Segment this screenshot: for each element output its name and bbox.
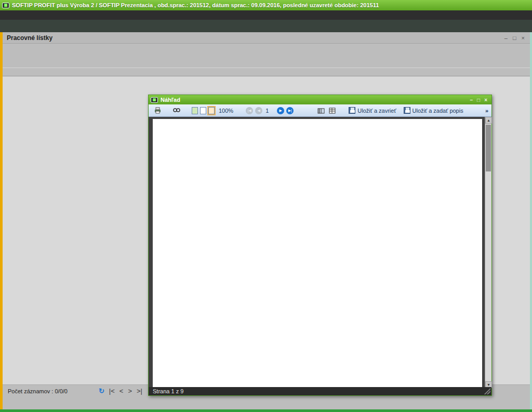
preview-window-controls: – □ × bbox=[470, 97, 489, 103]
preview-status-bar: Strana 1 z 9 bbox=[149, 387, 491, 395]
save-icon bbox=[404, 107, 410, 114]
window-title: SOFTIP PROFIT plus Výroba 2 / SOFTIP Pre… bbox=[12, 2, 379, 8]
scrollbar-thumb[interactable] bbox=[486, 125, 491, 171]
preview-viewport bbox=[149, 117, 491, 388]
save-describe-button[interactable]: Uložiť a zadať popis bbox=[404, 107, 463, 114]
zoom-level[interactable]: 100% bbox=[219, 108, 233, 114]
table-header bbox=[3, 68, 530, 76]
preview-title-bar: ▦ Náhľad – □ × bbox=[149, 95, 491, 104]
preview-toolbar: 100% |◀ ◀ 1 ▶ ▶| Uložiť a zavrieť Uložiť bbox=[149, 104, 491, 117]
preview-maximize-button[interactable]: □ bbox=[477, 97, 480, 103]
panel-window-controls: – □ × bbox=[504, 35, 530, 41]
prev-record-button[interactable]: < bbox=[119, 387, 124, 395]
record-navigator: ↻ |< < > >| bbox=[99, 387, 142, 395]
action-button-row bbox=[3, 397, 530, 409]
next-page-button[interactable]: ▶ bbox=[277, 107, 284, 114]
grid-setup-icon[interactable] bbox=[329, 108, 336, 114]
preview-window-icon: ▦ bbox=[151, 97, 158, 103]
panel-caption: Pracovné lístky – □ × bbox=[3, 32, 530, 44]
refresh-icon[interactable]: ↻ bbox=[99, 387, 104, 395]
page-number[interactable]: 1 bbox=[265, 108, 269, 114]
resize-grip[interactable] bbox=[484, 388, 490, 394]
preview-close-button[interactable]: × bbox=[484, 97, 487, 103]
panel-maximize-button[interactable]: □ bbox=[513, 35, 516, 41]
last-page-button[interactable]: ▶| bbox=[286, 107, 294, 114]
panel-close-button[interactable]: × bbox=[522, 35, 525, 41]
preview-scrollbar[interactable]: ▲ ▼ bbox=[485, 117, 491, 388]
document-page bbox=[153, 119, 482, 388]
first-page-button[interactable]: |◀ bbox=[246, 107, 253, 114]
save-close-button[interactable]: Uložiť a zavrieť bbox=[349, 107, 396, 114]
last-record-button[interactable]: >| bbox=[137, 387, 142, 395]
page-actual-icon[interactable] bbox=[208, 107, 215, 114]
page-title: Pracovné lístky bbox=[7, 34, 52, 42]
save-icon bbox=[349, 107, 355, 114]
filter-panel bbox=[3, 44, 530, 68]
application-window: ▦ SOFTIP PROFIT plus Výroba 2 / SOFTIP P… bbox=[0, 0, 532, 412]
window-right-border bbox=[530, 32, 532, 409]
page-indicator: Strana 1 z 9 bbox=[153, 388, 183, 394]
preview-title: Náhľad bbox=[161, 97, 180, 103]
main-toolbar bbox=[0, 20, 532, 32]
find-icon[interactable] bbox=[173, 108, 180, 114]
first-record-button[interactable]: |< bbox=[109, 387, 115, 395]
scroll-up-icon[interactable]: ▲ bbox=[485, 117, 492, 124]
title-bar: ▦ SOFTIP PROFIT plus Výroba 2 / SOFTIP P… bbox=[0, 0, 532, 10]
page-width-icon[interactable] bbox=[200, 107, 206, 114]
preview-minimize-button[interactable]: – bbox=[470, 97, 473, 103]
prev-page-button[interactable]: ◀ bbox=[255, 107, 262, 114]
page-fit-icon[interactable] bbox=[192, 107, 198, 114]
next-record-button[interactable]: > bbox=[128, 387, 132, 395]
panel-minimize-button[interactable]: – bbox=[504, 35, 508, 41]
app-icon: ▦ bbox=[2, 3, 9, 8]
record-count: Počet záznamov : 0/0/0 bbox=[8, 388, 68, 394]
barcode-setup-icon[interactable] bbox=[317, 108, 325, 114]
menu-bar bbox=[0, 10, 532, 20]
preview-window: ▦ Náhľad – □ × 100% |◀ ◀ 1 bbox=[148, 95, 492, 396]
toolbar-overflow-chevron[interactable]: » bbox=[485, 108, 491, 114]
window-bottom-border bbox=[0, 409, 532, 412]
print-icon[interactable] bbox=[154, 107, 162, 114]
